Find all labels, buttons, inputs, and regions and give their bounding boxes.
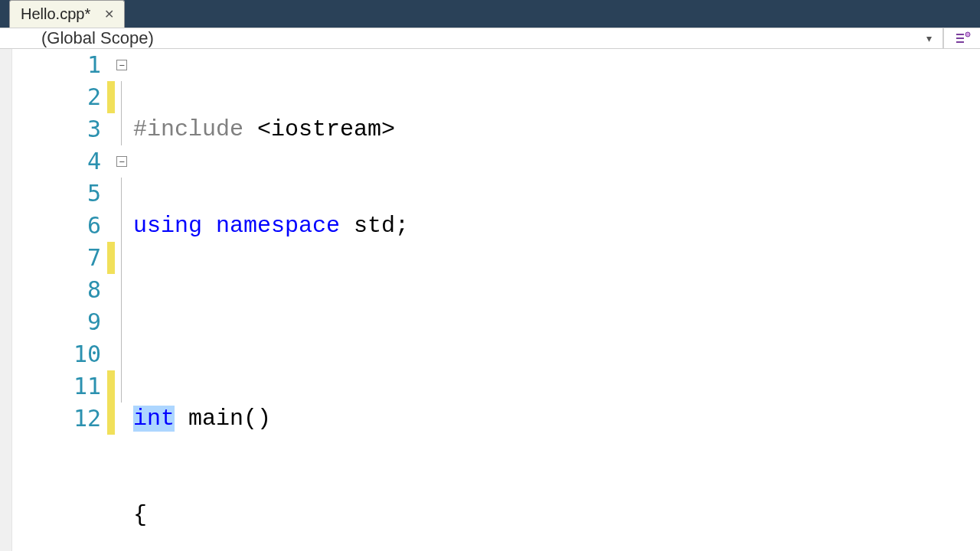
svg-point-0	[965, 32, 970, 37]
outline-guide	[121, 242, 122, 274]
modified-line-marker	[107, 81, 115, 113]
code-line[interactable]: int main()	[133, 403, 980, 435]
keyword-token: namespace	[216, 213, 340, 239]
member-dropdown-button[interactable]	[943, 28, 980, 48]
keyword-token: using	[133, 213, 202, 239]
preprocessor-token: #include	[133, 116, 243, 142]
change-tracking-margin	[107, 49, 115, 551]
scope-dropdown[interactable]: (Global Scope) ▾	[0, 28, 943, 48]
code-area[interactable]: #include <iostream> using namespace std;…	[132, 49, 980, 551]
outline-guide	[121, 306, 122, 338]
code-editor[interactable]: 1 2 3 4 5 6 7 8 9 10 11 12 − −	[0, 49, 980, 551]
keyword-token: int	[133, 406, 175, 432]
outline-guide	[121, 113, 122, 145]
outline-guide	[121, 210, 122, 242]
code-line[interactable]: #include <iostream>	[133, 113, 980, 145]
outline-guide	[121, 370, 122, 403]
modified-line-marker	[107, 370, 115, 403]
modified-line-marker	[107, 242, 115, 274]
line-number: 12	[12, 403, 101, 435]
outline-guide	[121, 274, 122, 306]
fold-toggle[interactable]: −	[116, 156, 127, 167]
line-number: 5	[12, 178, 101, 210]
scope-label: (Global Scope)	[41, 28, 154, 48]
code-line[interactable]	[133, 306, 980, 338]
line-number: 8	[12, 274, 101, 306]
file-tab-title: Hello.cpp*	[21, 5, 90, 23]
member-icon	[953, 29, 972, 47]
fold-toggle[interactable]: −	[116, 60, 127, 70]
code-text: std;	[340, 213, 409, 239]
chevron-down-icon: ▾	[926, 32, 932, 44]
tab-bar: Hello.cpp* ✕	[0, 0, 980, 28]
close-icon[interactable]: ✕	[101, 7, 116, 22]
line-number: 3	[12, 113, 101, 145]
outline-guide	[121, 178, 122, 210]
outline-guide	[121, 338, 122, 370]
code-text: main()	[175, 406, 271, 432]
file-tab[interactable]: Hello.cpp* ✕	[9, 0, 125, 28]
modified-line-marker	[107, 403, 115, 435]
line-number: 11	[12, 370, 101, 403]
code-text: {	[133, 502, 147, 528]
outline-guide	[121, 81, 122, 113]
navigation-bar: (Global Scope) ▾	[0, 28, 980, 49]
line-number: 9	[12, 306, 101, 338]
outlining-margin: − −	[115, 49, 132, 551]
code-line[interactable]: using namespace std;	[133, 210, 980, 242]
line-number: 10	[12, 338, 101, 370]
line-number-gutter: 1 2 3 4 5 6 7 8 9 10 11 12	[12, 49, 107, 551]
line-number: 7	[12, 242, 101, 274]
line-number: 1	[12, 49, 101, 81]
code-text: <iostream>	[243, 116, 395, 142]
line-number: 6	[12, 210, 101, 242]
line-number: 4	[12, 145, 101, 178]
indicator-margin	[0, 49, 12, 551]
code-line[interactable]: {	[133, 499, 980, 531]
line-number: 2	[12, 81, 101, 113]
